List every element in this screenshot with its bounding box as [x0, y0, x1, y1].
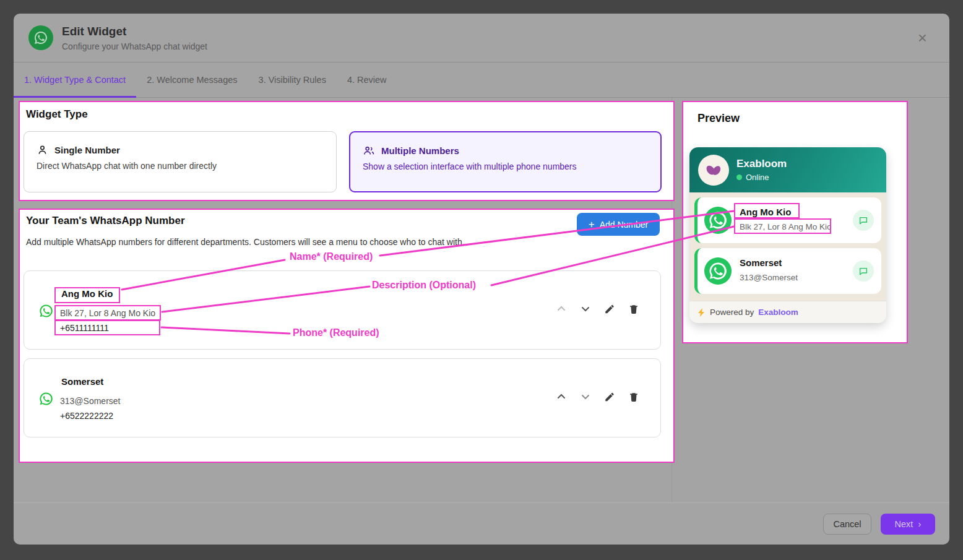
whatsapp-icon [39, 304, 53, 321]
edit-icon[interactable] [604, 391, 615, 402]
preview-section: Preview Exabloom Online [682, 101, 908, 343]
modal-footer: Cancel Next › [14, 502, 949, 545]
row-controls [556, 303, 639, 314]
edit-widget-page: Edit Widget Configure your WhatsApp chat… [0, 0, 963, 560]
header-text: Edit Widget Configure your WhatsApp chat… [62, 25, 207, 51]
contact-row-somerset: Somerset 313@Somerset +6522222222 [24, 358, 661, 437]
contact-phone: +6511111111 [60, 323, 109, 333]
option-title: Multiple Numbers [381, 145, 459, 156]
powered-by-brand-link[interactable]: Exabloom [758, 308, 798, 317]
people-icon [363, 145, 375, 157]
tab-welcome-messages[interactable]: 2. Welcome Messages [136, 62, 248, 97]
chat-widget-preview: Exabloom Online Ang Mo Kio [689, 147, 886, 323]
team-description: Add multiple WhatsApp numbers for differ… [26, 237, 465, 247]
next-button[interactable]: Next › [881, 514, 935, 535]
contact-description: Blk 27, Lor 8 Ang Mo Kio [60, 308, 155, 318]
contact-name: Somerset [61, 376, 103, 387]
move-down-button[interactable] [580, 303, 591, 314]
preview-contact-description: Blk 27, Lor 8 Ang Mo Kio [740, 222, 832, 231]
business-info: Exabloom Online [736, 158, 787, 182]
next-button-label: Next [895, 519, 913, 529]
online-dot [736, 174, 742, 180]
contact-row-ang-mo-kio: Ang Mo Kio Blk 27, Lor 8 Ang Mo Kio +651… [24, 270, 661, 350]
whatsapp-icon [39, 392, 53, 408]
tab-widget-type-contact[interactable]: 1. Widget Type & Contact [14, 62, 136, 97]
widget-header: Exabloom Online [689, 147, 886, 192]
modal-header: Edit Widget Configure your WhatsApp chat… [14, 14, 949, 62]
option-title: Single Number [54, 145, 120, 155]
business-name: Exabloom [736, 158, 787, 170]
option-description: Direct WhatsApp chat with one number dir… [37, 161, 324, 171]
person-icon [37, 144, 48, 156]
row-controls [556, 391, 639, 402]
widget-type-section: Widget Type Single Number Direct WhatsAp… [19, 101, 675, 201]
trash-icon[interactable] [628, 391, 639, 402]
preview-item-ang-mo-kio[interactable]: Ang Mo Kio Blk 27, Lor 8 Ang Mo Kio [694, 197, 881, 243]
powered-by-label: Powered by [710, 308, 754, 317]
widget-footer: Powered by Exabloom [689, 301, 886, 323]
whatsapp-icon [704, 257, 732, 287]
move-up-button[interactable] [556, 303, 567, 314]
tab-visibility-rules[interactable]: 3. Visibility Rules [248, 62, 337, 97]
exabloom-logo [698, 155, 729, 186]
edit-icon[interactable] [604, 303, 615, 314]
preview-contact-name: Somerset [740, 257, 782, 268]
widget-type-heading: Widget Type [26, 108, 88, 121]
cancel-button[interactable]: Cancel [823, 514, 871, 535]
modal-title: Edit Widget [62, 25, 207, 38]
close-icon[interactable]: × [918, 30, 927, 46]
whatsapp-icon [28, 25, 53, 50]
contact-name: Ang Mo Kio [61, 288, 113, 299]
team-heading: Your Team's WhatsApp Number [26, 215, 185, 227]
option-multiple-numbers[interactable]: Multiple Numbers Show a selection interf… [349, 131, 662, 192]
contact-phone: +6522222222 [60, 411, 113, 421]
preview-heading: Preview [697, 112, 740, 125]
add-number-button[interactable]: + Add Number [577, 213, 660, 236]
contact-description: 313@Somerset [60, 396, 120, 406]
trash-icon[interactable] [628, 303, 639, 314]
widget-body: Ang Mo Kio Blk 27, Lor 8 Ang Mo Kio Some… [689, 192, 886, 301]
preview-contact-name: Ang Mo Kio [740, 207, 791, 217]
tab-review[interactable]: 4. Review [337, 62, 397, 97]
widget-type-options: Single Number Direct WhatsApp chat with … [24, 131, 670, 192]
add-number-label: Add Number [600, 220, 649, 230]
team-numbers-section: Your Team's WhatsApp Number + Add Number… [19, 209, 675, 463]
modal-subtitle: Configure your WhatsApp chat widget [62, 41, 207, 51]
move-up-button[interactable] [556, 391, 567, 402]
preview-contact-description: 313@Somerset [740, 273, 798, 282]
whatsapp-icon [704, 207, 732, 236]
chevron-right-icon: › [918, 519, 921, 529]
chat-bubble-icon[interactable] [853, 210, 874, 231]
online-status: Online [736, 173, 787, 182]
option-single-number[interactable]: Single Number Direct WhatsApp chat with … [24, 131, 337, 192]
online-label: Online [746, 173, 769, 182]
lightning-icon [698, 308, 706, 317]
option-description: Show a selection interface with multiple… [363, 162, 648, 171]
chat-bubble-icon[interactable] [853, 261, 874, 282]
preview-item-somerset[interactable]: Somerset 313@Somerset [694, 248, 881, 294]
tab-bar: 1. Widget Type & Contact 2. Welcome Mess… [14, 62, 949, 98]
move-down-button[interactable] [580, 391, 591, 402]
plus-icon: + [589, 218, 595, 231]
